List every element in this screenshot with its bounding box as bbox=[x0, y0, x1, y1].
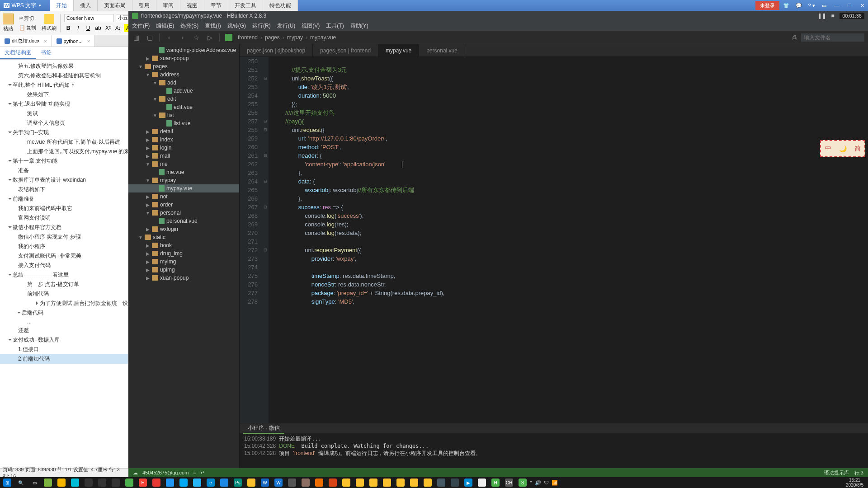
outline-item[interactable]: 接入支付代码 bbox=[0, 261, 128, 270]
outline-item[interactable]: 第六,修改登陆和非登陆的其它机制 bbox=[0, 71, 128, 80]
terminal-icon[interactable]: ▢ bbox=[146, 33, 154, 42]
wps-tab-6[interactable]: 章节 bbox=[204, 0, 228, 11]
hb-menubar[interactable]: 文件(F)编辑(E)选择(S)查找(I)跳转(G)运行(R)发行(U)视图(V)… bbox=[128, 21, 868, 31]
help-icon[interactable]: ? ▾ bbox=[806, 1, 817, 10]
outline-item[interactable]: 第一步 点击-提交订单 bbox=[0, 280, 128, 289]
italic-button[interactable]: I bbox=[74, 24, 82, 32]
taskbar-app[interactable] bbox=[245, 478, 258, 488]
bold-button[interactable]: B bbox=[64, 24, 72, 32]
tree-item[interactable]: ▶order bbox=[128, 201, 239, 209]
crumb[interactable]: pages bbox=[265, 34, 280, 41]
wps-tab-7[interactable]: 开发工具 bbox=[228, 0, 263, 11]
tree-item[interactable]: ▼pages bbox=[128, 62, 239, 70]
tree-item[interactable]: ▶myimg bbox=[128, 258, 239, 266]
taskbar-app[interactable] bbox=[448, 478, 461, 488]
outline-item[interactable]: 1.但接口 bbox=[0, 345, 128, 354]
file-search-input[interactable] bbox=[801, 33, 864, 42]
outline-item[interactable]: 至此,整个 HTML 代码如下 bbox=[0, 80, 128, 90]
close-icon[interactable]: ✕ bbox=[856, 1, 868, 10]
outline-item[interactable]: 微信小程序 实现支付 步骤 bbox=[0, 232, 128, 242]
font-family-select[interactable] bbox=[64, 14, 114, 22]
bookmark-tab[interactable]: 书签 bbox=[36, 47, 56, 59]
taskbar-app[interactable] bbox=[421, 478, 434, 488]
outline-item[interactable]: me.vue 所有代码如下,简单点-以后再建 bbox=[0, 137, 128, 147]
windows-taskbar[interactable]: ⊞🔍▭HePsWW▶HCHS ^🔊🛡📶 15:212020/8/5 bbox=[0, 477, 868, 488]
tree-item[interactable]: ▶wxlogin bbox=[128, 225, 239, 233]
strike-button[interactable]: ab bbox=[94, 24, 102, 32]
outline-item[interactable]: 第七.退出登陆 功能实现 bbox=[0, 99, 128, 109]
outline-item[interactable]: 数据库订单表的设计 wxdindan bbox=[0, 175, 128, 185]
menu-item[interactable]: 帮助(Y) bbox=[350, 22, 368, 30]
menu-item[interactable]: 跳转(G) bbox=[227, 22, 246, 30]
taskbar-app[interactable]: W bbox=[272, 478, 285, 488]
tree-item[interactable]: wangding-pickerAddress.vue bbox=[128, 46, 239, 54]
outline-item[interactable]: 调整个人信息页 bbox=[0, 118, 128, 128]
taskbar-app[interactable] bbox=[150, 478, 163, 488]
taskbar-app[interactable] bbox=[164, 478, 176, 488]
tree-item[interactable]: ▶login bbox=[128, 144, 239, 152]
taskbar-clock[interactable]: 15:212020/8/5 bbox=[842, 478, 867, 488]
cut-button[interactable]: ✂ 剪切 bbox=[17, 14, 38, 23]
wrap-icon[interactable]: ↵ bbox=[201, 470, 205, 476]
wps-tab-4[interactable]: 审阅 bbox=[156, 0, 180, 11]
superscript-button[interactable]: X² bbox=[104, 24, 112, 32]
taskbar-app[interactable]: ▶ bbox=[462, 478, 475, 488]
outline-item[interactable]: 第十一章.支付功能 bbox=[0, 156, 128, 166]
outline-item[interactable]: 2.前端加代码 bbox=[0, 354, 128, 364]
taskbar-app[interactable]: CH bbox=[503, 478, 515, 488]
taskbar-app[interactable] bbox=[340, 478, 353, 488]
pause-icon[interactable]: ❚❚ bbox=[818, 13, 826, 19]
login-button[interactable]: 未登录 bbox=[755, 1, 779, 10]
restore-icon[interactable]: ▭ bbox=[818, 1, 830, 10]
outline-item[interactable]: 准备 bbox=[0, 166, 128, 175]
outline-item[interactable]: 我们来前端代码中取它 bbox=[0, 204, 128, 213]
tree-item[interactable]: ▶xuan-popup bbox=[128, 274, 239, 282]
subscript-button[interactable]: X₂ bbox=[114, 24, 122, 32]
crumb[interactable]: mypay bbox=[287, 34, 303, 41]
sidebar-toggle-icon[interactable]: ▥ bbox=[132, 33, 140, 42]
tree-item[interactable]: ▶book bbox=[128, 241, 239, 249]
tree-item[interactable]: ▶upimg bbox=[128, 266, 239, 274]
doc-tab[interactable]: drf总结.docx × bbox=[0, 35, 52, 47]
tray-icon[interactable]: 🔊 bbox=[535, 480, 541, 486]
tree-item[interactable]: ▶drug_img bbox=[128, 249, 239, 258]
editor-tab[interactable]: mypay.vue bbox=[378, 44, 419, 56]
console-tab[interactable]: 小程序 - 微信 bbox=[243, 423, 284, 434]
tree-item[interactable]: add.vue bbox=[128, 87, 239, 95]
outline-item[interactable]: 后端代码 bbox=[0, 308, 128, 318]
paste-button[interactable]: 粘贴 bbox=[3, 14, 14, 32]
tree-item[interactable]: list.vue bbox=[128, 119, 239, 127]
tree-item[interactable]: ▼list bbox=[128, 111, 239, 119]
tree-item[interactable]: ▶detail bbox=[128, 127, 239, 136]
taskbar-app[interactable] bbox=[55, 478, 68, 488]
indent-icon[interactable]: ≡ bbox=[193, 470, 196, 475]
outline-item[interactable]: 我的小程序 bbox=[0, 242, 128, 251]
taskbar-app[interactable] bbox=[381, 478, 393, 488]
taskbar-app[interactable] bbox=[109, 478, 122, 488]
taskbar-app[interactable] bbox=[286, 478, 298, 488]
taskbar-app[interactable]: Ps bbox=[231, 478, 244, 488]
back-icon[interactable]: ‹ bbox=[165, 33, 173, 42]
taskbar-app[interactable] bbox=[476, 478, 488, 488]
outline-item[interactable]: 第五.修改登陆头像效果 bbox=[0, 61, 128, 71]
taskbar-app[interactable]: ⊞ bbox=[1, 478, 14, 488]
crumb[interactable]: frontend bbox=[238, 34, 258, 41]
taskbar-app[interactable]: ▭ bbox=[28, 478, 41, 488]
breadcrumb[interactable]: frontend›pages›mypay›mypay.vue bbox=[238, 34, 336, 41]
taskbar-app[interactable] bbox=[408, 478, 420, 488]
outline-item[interactable]: 效果如下 bbox=[0, 90, 128, 99]
minimize-icon[interactable]: — bbox=[831, 1, 843, 10]
wps-tab-1[interactable]: 插入 bbox=[74, 0, 98, 11]
outline-item[interactable]: 官网支付说明 bbox=[0, 213, 128, 223]
tree-item[interactable]: ▼add bbox=[128, 79, 239, 87]
tree-item[interactable]: ▼me bbox=[128, 160, 239, 168]
preview-icon[interactable]: ⎙ bbox=[790, 33, 798, 42]
taskbar-app[interactable] bbox=[326, 478, 339, 488]
taskbar-app[interactable] bbox=[354, 478, 366, 488]
underline-button[interactable]: U bbox=[84, 24, 92, 32]
outline-item[interactable]: 总结----------------看这里 bbox=[0, 270, 128, 280]
menu-item[interactable]: 发行(U) bbox=[277, 22, 296, 30]
tree-item[interactable]: ▶not bbox=[128, 192, 239, 201]
outline-item[interactable]: 前端准备 bbox=[0, 194, 128, 204]
tray-icon[interactable]: ^ bbox=[530, 480, 532, 485]
